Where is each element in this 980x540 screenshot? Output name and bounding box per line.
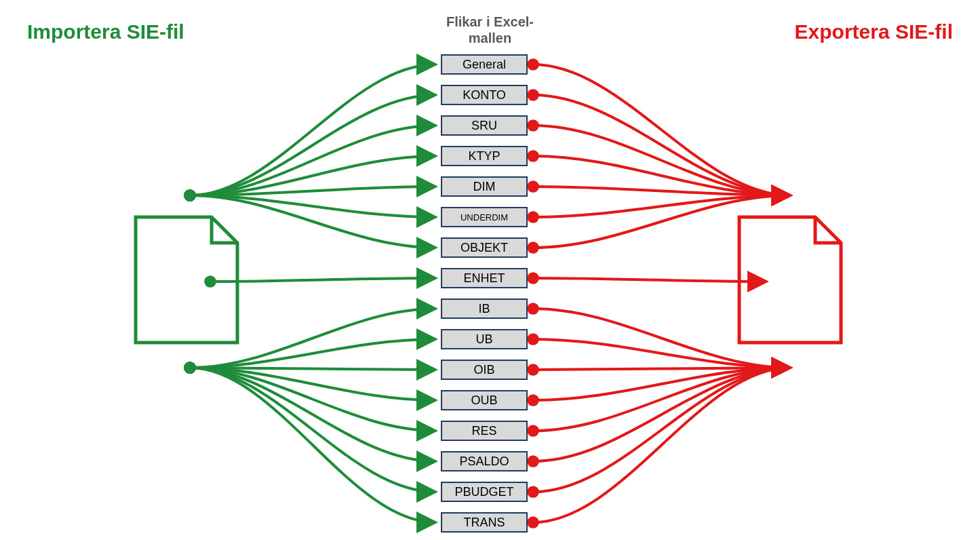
import-arrow-13 — [190, 368, 435, 461]
center-title: Flikar i Excel- mallen — [446, 14, 534, 46]
import-arrow-14 — [190, 368, 435, 492]
left-file-icon — [136, 217, 237, 343]
tab-dim: DIM — [441, 176, 528, 197]
import-arrow-10 — [190, 368, 435, 370]
export-arrow-5 — [533, 195, 790, 217]
export-arrow-10 — [533, 368, 790, 370]
tab-objekt: OBJEKT — [441, 237, 528, 258]
export-arrow-8 — [533, 309, 790, 368]
import-arrow-9 — [190, 339, 435, 368]
export-arrow-7 — [533, 278, 766, 282]
tab-psaldo: PSALDO — [441, 451, 528, 471]
export-arrow-6 — [533, 195, 790, 248]
tab-general: General — [441, 54, 528, 75]
tab-trans: TRANS — [441, 512, 528, 533]
tab-konto: KONTO — [441, 85, 528, 105]
tab-sru: SRU — [441, 115, 528, 136]
export-arrow-0 — [533, 64, 790, 195]
export-arrow-4 — [533, 187, 790, 195]
tab-ub: UB — [441, 329, 528, 349]
tab-ktyp: KTYP — [441, 146, 528, 166]
import-arrow-2 — [190, 126, 435, 195]
right-file-icon — [739, 217, 841, 343]
import-arrow-1 — [190, 95, 435, 195]
import-arrow-5 — [190, 195, 435, 217]
export-arrow-15 — [533, 368, 790, 522]
import-arrow-3 — [190, 156, 435, 195]
export-arrow-9 — [533, 339, 790, 368]
tab-res: RES — [441, 421, 528, 441]
export-arrow-1 — [533, 95, 790, 195]
import-arrow-0 — [190, 64, 435, 195]
tab-oib: OIB — [441, 360, 528, 380]
export-arrow-11 — [533, 368, 790, 400]
import-arrow-15 — [190, 368, 435, 522]
tab-ib: IB — [441, 298, 528, 319]
export-arrow-3 — [533, 156, 790, 195]
import-arrow-12 — [190, 368, 435, 431]
tab-enhet: ENHET — [441, 268, 528, 288]
export-arrow-13 — [533, 368, 790, 461]
sie-diagram: Importera SIE-fil Exportera SIE-fil Flik… — [0, 0, 980, 540]
import-arrow-4 — [190, 187, 435, 195]
tab-oub: OUB — [441, 390, 528, 410]
tab-pbudget: PBUDGET — [441, 482, 528, 502]
tab-underdim: UNDERDIM — [441, 207, 528, 227]
import-title: Importera SIE-fil — [27, 20, 184, 43]
import-arrow-6 — [190, 195, 435, 248]
export-arrow-12 — [533, 368, 790, 431]
export-title: Exportera SIE-fil — [795, 20, 953, 43]
import-arrow-8 — [190, 309, 435, 368]
export-arrow-14 — [533, 368, 790, 492]
import-arrow-7 — [210, 278, 435, 282]
export-arrow-2 — [533, 126, 790, 195]
import-arrow-11 — [190, 368, 435, 400]
